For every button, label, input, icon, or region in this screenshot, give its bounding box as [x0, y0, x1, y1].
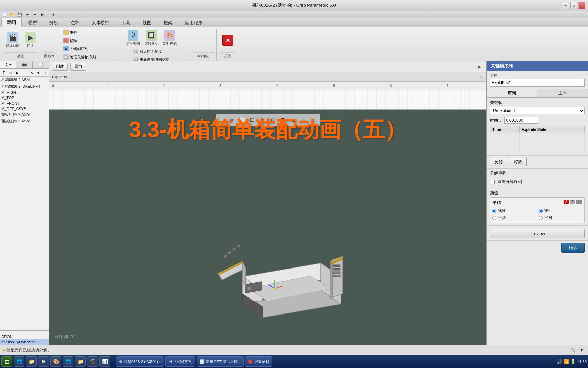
- tab-animation[interactable]: 动画: [1, 18, 22, 27]
- manage-keyframe-button[interactable]: 📋 管理关键帧序列: [62, 53, 98, 61]
- vp-tool-shape[interactable]: ◆: [289, 115, 298, 125]
- playback-button[interactable]: ▶ 回放: [23, 31, 37, 49]
- vp-tool-triangle[interactable]: △: [299, 115, 308, 125]
- sidebar-bottom-item-2[interactable]: rmation1 [Asynchron: [0, 339, 49, 345]
- taskbar-window-record[interactable]: 🔴 屏幕录制: [245, 356, 272, 367]
- play-back-button[interactable]: 回放: [70, 63, 86, 71]
- run-button[interactable]: ▶: [39, 12, 46, 18]
- tab-sequence[interactable]: 序列: [487, 89, 537, 97]
- tray-sound[interactable]: 🔊: [557, 359, 562, 364]
- status-dropdown-button[interactable]: ▼: [578, 347, 585, 354]
- toolbar-expand-button[interactable]: ▼: [50, 12, 57, 18]
- sidebar-tool-expand[interactable]: ▼: [35, 70, 42, 76]
- taskbar-app-5[interactable]: 🌐: [63, 356, 74, 367]
- minimize-button[interactable]: ─: [562, 2, 569, 9]
- zoom-time-button[interactable]: 🔍 放大时间刻度: [131, 48, 171, 55]
- preview-button[interactable]: Preview: [490, 229, 585, 238]
- sidebar-bottom-item-1[interactable]: ATION: [0, 334, 49, 339]
- status-zoom-button[interactable]: 🔍: [569, 347, 576, 354]
- taskbar-app-8[interactable]: 📊: [99, 356, 110, 367]
- tab-tools[interactable]: 工具: [116, 18, 136, 27]
- undo-button[interactable]: ↩: [24, 12, 31, 18]
- taskbar-app-4[interactable]: 🎨: [50, 356, 61, 367]
- right-smooth-radio[interactable]: [539, 216, 543, 220]
- sidebar-tool-add[interactable]: +: [42, 70, 48, 76]
- sidebar-tool-1[interactable]: T: [1, 70, 7, 76]
- taskbar-window-keyframe[interactable]: 🎞 关键帧序列: [165, 356, 195, 367]
- tab-analysis[interactable]: 分析: [44, 18, 64, 27]
- sidebar-item-6[interactable]: M_DEF_CSYS: [0, 106, 49, 111]
- vp-tool-settings[interactable]: ⚙: [268, 115, 278, 125]
- sidebar-item-5[interactable]: M_FRONT: [0, 101, 49, 106]
- taskbar-app-6[interactable]: 📁: [75, 356, 86, 367]
- viewport-area: 创建 回放 ▶ ExpldKfs1.1 ▽ 0 1 2 3 4 5 6 7: [49, 61, 486, 345]
- left-smooth-radio[interactable]: [492, 216, 496, 220]
- timed-style-button[interactable]: 🎨 定时样式: [161, 29, 178, 47]
- taskbar-app-1[interactable]: 🌐: [14, 356, 24, 367]
- vp-tool-menu[interactable]: ☰: [278, 115, 288, 125]
- taskbar-app-7[interactable]: 🎬: [87, 356, 98, 367]
- taskbar-app-2[interactable]: 📁: [26, 356, 37, 367]
- left-linear-radio[interactable]: [492, 209, 496, 213]
- tray-battery[interactable]: 🔋: [570, 359, 576, 364]
- open-button[interactable]: 📂: [9, 12, 16, 18]
- sidebar-tab-camera[interactable]: 📷: [16, 61, 33, 68]
- remove-keyframe-button[interactable]: 移除: [510, 158, 527, 166]
- new-button[interactable]: 📄: [1, 12, 8, 18]
- vp-tool-orbit[interactable]: ⊙: [258, 115, 267, 125]
- start-button[interactable]: ⊞: [1, 356, 12, 367]
- sidebar-tab-layers[interactable]: 📑: [33, 61, 49, 68]
- sidebar-item-7[interactable]: 前板组件02.ASM: [0, 111, 49, 118]
- vp-tool-search[interactable]: 🔍: [217, 115, 227, 125]
- follow-checkbox[interactable]: [490, 180, 495, 184]
- remove-button[interactable]: ✕ 移除: [62, 37, 79, 44]
- redo-button[interactable]: ↪: [31, 12, 38, 18]
- taskbar-window-ppt[interactable]: 📊 新建 PPT 演示文稿...: [197, 356, 244, 367]
- save-button[interactable]: 💾: [16, 12, 23, 18]
- keyframe-seq-button[interactable]: 🎞 关键帧序列: [62, 45, 90, 52]
- sidebar-item-2[interactable]: 机箱0826-2_SKEL.PRT: [0, 83, 49, 90]
- play-timeline-button[interactable]: ▶: [476, 63, 483, 71]
- confirm-button[interactable]: 确认: [561, 243, 585, 253]
- record-icon: 🔴: [248, 359, 253, 364]
- vp-tool-box[interactable]: ⬜: [238, 115, 247, 125]
- tab-body[interactable]: 主体: [537, 89, 588, 97]
- vp-tool-more[interactable]: …: [309, 115, 318, 125]
- timed-transparent-button[interactable]: 🔲 定时透明: [143, 29, 160, 47]
- tab-humanmodel[interactable]: 人体模型: [86, 18, 115, 27]
- svg-marker-8: [218, 261, 246, 280]
- create-button[interactable]: 创建: [52, 63, 68, 71]
- taskbar-window-creo[interactable]: ⚙ 机箱0826-2 (活动的)...: [116, 356, 164, 367]
- sidebar-tool-2[interactable]: ⊞: [7, 70, 14, 76]
- tab-annotation[interactable]: 注释: [65, 18, 85, 27]
- sidebar-item-4[interactable]: M_TOP: [0, 95, 49, 101]
- sidebar-item-3[interactable]: M_RIGHT: [0, 90, 49, 95]
- new-animation-button[interactable]: 🎬 新建动画: [4, 31, 21, 49]
- tab-frame[interactable]: 框架: [158, 18, 178, 27]
- event-button[interactable]: ⚡ 事件: [62, 29, 79, 36]
- keyframe-state-dropdown[interactable]: Unexploded Exploded: [490, 107, 585, 114]
- close-window-button[interactable]: ✕: [578, 2, 585, 9]
- taskbar-app-3[interactable]: 🖥: [38, 356, 49, 367]
- vp-tool-edit[interactable]: ✏: [227, 115, 237, 125]
- name-input[interactable]: [490, 79, 585, 87]
- right-linear-radio[interactable]: [539, 209, 543, 213]
- time-input[interactable]: [504, 117, 538, 124]
- sidebar-tool-close[interactable]: ✕: [29, 70, 35, 76]
- sidebar-item-1[interactable]: 机箱0826-2.ASM: [0, 77, 49, 83]
- timed-view-button[interactable]: ⏱ 定时视图: [125, 29, 142, 47]
- close-animation-button[interactable]: ✕: [222, 35, 233, 46]
- tray-network[interactable]: 📶: [564, 359, 569, 364]
- sidebar-tool-3[interactable]: ▶: [14, 70, 20, 76]
- vp-tool-select[interactable]: ☐: [248, 115, 257, 125]
- timeline-track[interactable]: [49, 90, 486, 109]
- tab-model[interactable]: 模型: [22, 18, 43, 27]
- tab-view[interactable]: 视图: [137, 18, 157, 27]
- keyframe-win-label: 关键帧序列: [174, 359, 192, 364]
- sidebar-tab-model[interactable]: 文✦: [0, 61, 16, 68]
- maximize-button[interactable]: □: [570, 2, 577, 9]
- sidebar-item-8[interactable]: 面板组件02.ASM: [0, 118, 49, 124]
- tab-application[interactable]: 应用程序: [179, 18, 208, 27]
- revert-button[interactable]: 反转: [490, 158, 507, 166]
- viewport-3d[interactable]: 🔍 ✏ ⬜ ☐ ⊙ ⚙ ☰ ◆ △ … 3.3-机箱简单装配动画（五）: [49, 110, 486, 345]
